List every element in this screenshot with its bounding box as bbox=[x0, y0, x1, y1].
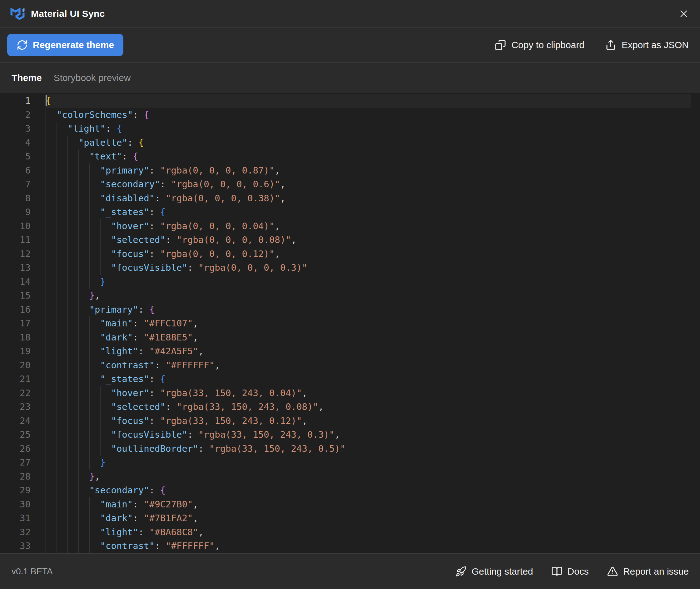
code-line-content: "outlinedBorder": "rgba(33, 150, 243, 0.… bbox=[46, 442, 691, 456]
code-line-content: } bbox=[46, 275, 691, 289]
indent-guide bbox=[67, 247, 78, 261]
tab-storybook-preview[interactable]: Storybook preview bbox=[54, 72, 131, 83]
code-token: "rgba(0, 0, 0, 0.38)" bbox=[165, 193, 280, 204]
indent-guide bbox=[67, 150, 78, 164]
indent-guide bbox=[78, 372, 89, 386]
indent-guide bbox=[89, 191, 100, 205]
code-line: 8"disabled": "rgba(0, 0, 0, 0.38)", bbox=[0, 191, 700, 205]
indent-guide bbox=[89, 400, 100, 414]
line-number: 15 bbox=[0, 288, 46, 303]
warning-icon bbox=[607, 566, 618, 577]
code-line-content: "_states": { bbox=[46, 372, 691, 386]
close-icon[interactable] bbox=[677, 7, 691, 21]
theme-code-editor[interactable]: 1{2"colorSchemes": {3"light": {4"palette… bbox=[0, 93, 700, 553]
code-token: "hover" bbox=[111, 221, 149, 231]
line-number: 7 bbox=[0, 177, 46, 191]
code-token: "rgba(0, 0, 0, 0.12)" bbox=[160, 248, 275, 259]
code-line-content: "focusVisible": "rgba(0, 0, 0, 0.3)" bbox=[46, 261, 691, 275]
indent-guide bbox=[100, 233, 111, 247]
code-line: 13"focusVisible": "rgba(0, 0, 0, 0.3)" bbox=[0, 261, 700, 275]
line-number: 5 bbox=[0, 150, 46, 164]
indent-guide bbox=[46, 233, 56, 247]
code-token: } bbox=[100, 457, 105, 468]
indent-guide bbox=[46, 372, 56, 386]
line-number: 17 bbox=[0, 317, 46, 331]
docs-link[interactable]: Docs bbox=[551, 566, 589, 577]
indent-guide bbox=[67, 469, 78, 483]
code-token: "#7B1FA2" bbox=[144, 513, 193, 523]
indent-guide bbox=[56, 469, 67, 483]
indent-guide bbox=[46, 539, 56, 553]
indent-guide bbox=[89, 275, 100, 289]
indent-guide bbox=[89, 164, 100, 178]
code-token: : bbox=[133, 332, 144, 343]
indent-guide bbox=[46, 469, 56, 483]
getting-started-link[interactable]: Getting started bbox=[455, 566, 533, 577]
indent-guide bbox=[89, 386, 100, 400]
line-number: 32 bbox=[0, 525, 46, 539]
indent-guide bbox=[67, 386, 78, 400]
indent-guide bbox=[89, 233, 100, 247]
text-cursor bbox=[46, 95, 46, 106]
indent-guide bbox=[56, 442, 67, 456]
line-number: 11 bbox=[0, 233, 46, 247]
indent-guide bbox=[67, 331, 78, 345]
code-line: 18"dark": "#1E88E5", bbox=[0, 331, 700, 345]
code-line: 12"focus": "rgba(0, 0, 0, 0.12)", bbox=[0, 247, 700, 261]
footer-links: Getting started Docs bbox=[455, 566, 689, 577]
code-token: , bbox=[215, 541, 220, 551]
code-line-content: "light": "#BA68C8", bbox=[46, 525, 691, 539]
code-token: "#BA68C8" bbox=[149, 527, 198, 538]
indent-guide bbox=[67, 358, 78, 372]
indent-guide bbox=[46, 136, 56, 150]
indent-guide bbox=[67, 288, 78, 303]
code-line-content: "main": "#9C27B0", bbox=[46, 498, 691, 512]
indent-guide bbox=[67, 233, 78, 247]
code-token: { bbox=[116, 123, 122, 134]
indent-guide bbox=[78, 539, 89, 553]
code-line-content: "focus": "rgba(33, 150, 243, 0.12)", bbox=[46, 414, 691, 428]
code-token: "outlinedBorder" bbox=[111, 443, 198, 454]
footer: v0.1 BETA Getting started bbox=[0, 553, 700, 589]
code-token: , bbox=[193, 318, 198, 329]
export-as-json-button[interactable]: Export as JSON bbox=[605, 39, 689, 51]
code-line-content: }, bbox=[46, 469, 691, 483]
indent-guide bbox=[100, 261, 111, 275]
line-number: 2 bbox=[0, 108, 46, 122]
code-token: { bbox=[160, 374, 165, 384]
indent-guide bbox=[78, 233, 89, 247]
code-token: "#FFC107" bbox=[144, 318, 193, 329]
indent-guide bbox=[46, 483, 56, 498]
indent-guide bbox=[56, 122, 67, 136]
code-token: { bbox=[138, 137, 144, 148]
code-token: : bbox=[188, 429, 198, 440]
code-line: 23"selected": "rgba(33, 150, 243, 0.08)"… bbox=[0, 400, 700, 414]
indent-guide bbox=[89, 247, 100, 261]
indent-guide bbox=[46, 288, 56, 303]
code-line: 19"light": "#42A5F5", bbox=[0, 344, 700, 358]
code-token: "colorSchemes" bbox=[56, 110, 133, 120]
scrollbar-rule[interactable] bbox=[691, 93, 691, 553]
code-token: , bbox=[198, 527, 204, 538]
line-number: 9 bbox=[0, 205, 46, 219]
code-token: "rgba(0, 0, 0, 0.87)" bbox=[160, 165, 275, 176]
indent-guide bbox=[67, 191, 78, 205]
code-token: "#42A5F5" bbox=[149, 346, 198, 356]
indent-guide bbox=[100, 219, 111, 233]
report-issue-link[interactable]: Report an issue bbox=[607, 566, 689, 577]
getting-started-label: Getting started bbox=[472, 566, 533, 577]
indent-guide bbox=[78, 428, 89, 442]
code-line-content: { bbox=[46, 94, 691, 108]
indent-guide bbox=[67, 428, 78, 442]
indent-guide bbox=[56, 247, 67, 261]
code-line: 30"main": "#9C27B0", bbox=[0, 498, 700, 512]
tab-theme[interactable]: Theme bbox=[12, 72, 42, 83]
indent-guide bbox=[67, 205, 78, 219]
regenerate-theme-button[interactable]: Regenerate theme bbox=[7, 34, 123, 56]
code-line-content: "hover": "rgba(33, 150, 243, 0.04)", bbox=[46, 386, 691, 400]
indent-guide bbox=[78, 511, 89, 525]
copy-to-clipboard-button[interactable]: Copy to clipboard bbox=[495, 39, 584, 51]
code-token: "rgba(0, 0, 0, 0.3)" bbox=[198, 262, 307, 273]
code-line: 26"outlinedBorder": "rgba(33, 150, 243, … bbox=[0, 442, 700, 456]
indent-guide bbox=[46, 386, 56, 400]
